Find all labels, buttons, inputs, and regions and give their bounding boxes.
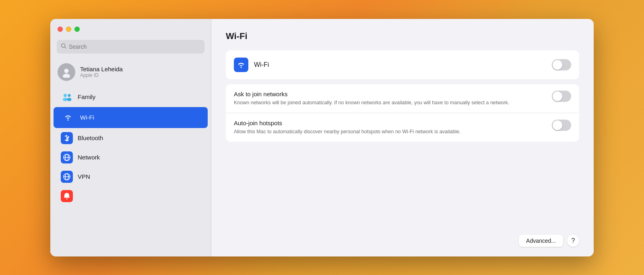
sidebar-item-family[interactable]: Family [54, 88, 208, 106]
sidebar: Tetiana Leheida Apple ID Family [50, 19, 211, 256]
wifi-toggle-card: Wi-Fi [226, 50, 579, 79]
sidebar-item-bluetooth[interactable]: Bluetooth [54, 129, 208, 147]
auto-join-desc: Allow this Mac to automatically discover… [234, 128, 544, 135]
sidebar-item-label-family: Family [78, 93, 95, 100]
bottom-bar: Advanced... ? [519, 235, 579, 247]
sidebar-item-notifications-partial[interactable] [54, 187, 208, 205]
svg-point-4 [64, 94, 67, 97]
sidebar-item-label-network: Network [78, 154, 100, 161]
auto-join-hotspots-row: Auto-join hotspots Allow this Mac to aut… [226, 113, 579, 142]
wifi-icon [61, 110, 75, 125]
ask-to-join-title: Ask to join networks [234, 91, 544, 97]
help-button[interactable]: ? [567, 235, 579, 247]
ask-to-join-toggle[interactable] [552, 91, 571, 102]
wifi-card-icon [234, 58, 248, 72]
wifi-card-label: Wi-Fi [254, 61, 546, 68]
wifi-toggle-row: Wi-Fi [226, 50, 579, 79]
sidebar-item-label-wifi: Wi-Fi [80, 114, 94, 121]
minimize-button[interactable] [66, 27, 71, 32]
search-bar[interactable] [57, 40, 204, 54]
wifi-toggle[interactable] [552, 59, 571, 70]
search-icon [61, 43, 66, 50]
user-subtitle: Apple ID [80, 72, 123, 78]
svg-point-7 [67, 98, 72, 101]
maximize-button[interactable] [74, 27, 80, 32]
main-content: Wi-Fi Wi-Fi Ask to join networks [211, 19, 594, 256]
svg-point-2 [64, 68, 69, 73]
user-profile-item[interactable]: Tetiana Leheida Apple ID [50, 59, 211, 85]
user-name: Tetiana Leheida [80, 66, 123, 72]
close-button[interactable] [58, 27, 63, 32]
sidebar-item-wifi[interactable]: Wi-Fi [54, 107, 208, 128]
sidebar-item-network[interactable]: Network [54, 148, 208, 167]
vpn-icon [61, 171, 73, 183]
family-icon [61, 91, 73, 103]
main-window: Tetiana Leheida Apple ID Family [50, 19, 594, 256]
bluetooth-icon [61, 132, 73, 144]
auto-join-toggle[interactable] [552, 120, 571, 131]
svg-point-3 [63, 74, 70, 78]
page-title: Wi-Fi [226, 31, 579, 41]
notifications-icon [61, 190, 73, 202]
svg-line-1 [65, 47, 66, 49]
auto-join-title: Auto-join hotspots [234, 120, 544, 126]
settings-card: Ask to join networks Known networks will… [226, 84, 579, 142]
svg-point-6 [68, 94, 71, 97]
avatar [58, 63, 75, 81]
sidebar-item-label-vpn: VPN [78, 173, 90, 180]
sidebar-item-label-bluetooth: Bluetooth [78, 134, 103, 141]
search-input[interactable] [69, 43, 200, 50]
ask-to-join-desc: Known networks will be joined automatica… [234, 99, 544, 106]
network-icon [61, 151, 73, 163]
advanced-button[interactable]: Advanced... [519, 235, 563, 247]
ask-to-join-row: Ask to join networks Known networks will… [226, 84, 579, 113]
titlebar [50, 19, 211, 40]
svg-point-5 [63, 98, 68, 101]
sidebar-item-vpn[interactable]: VPN [54, 167, 208, 186]
user-info: Tetiana Leheida Apple ID [80, 66, 123, 78]
